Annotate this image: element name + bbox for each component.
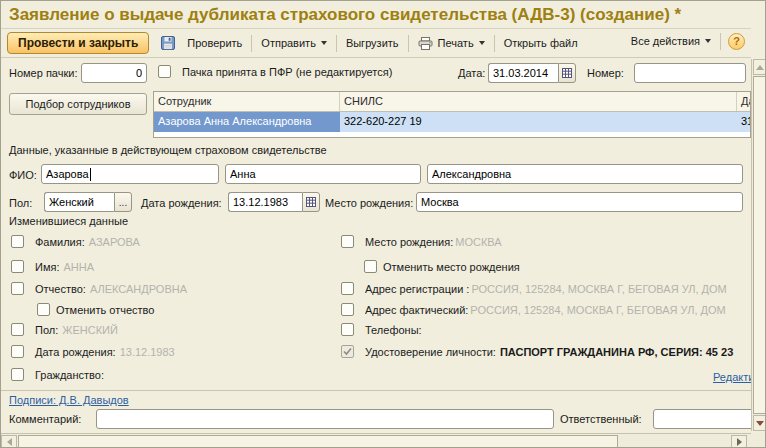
- last-name-input[interactable]: Азарова: [41, 164, 219, 184]
- birth-date-field: [228, 192, 320, 212]
- calendar-icon: [562, 68, 572, 78]
- vertical-scrollbar[interactable]: [751, 59, 766, 431]
- signatures-link[interactable]: Подписи: Д.В. Давыдов: [9, 394, 129, 406]
- send-button[interactable]: Отправить: [255, 34, 333, 52]
- registration-address-value: РОССИЯ, 125284, МОСКВА Г, БЕГОВАЯ УЛ, ДО…: [471, 283, 726, 295]
- birth-place-label: Место рождения:: [325, 197, 413, 209]
- check-button[interactable]: Проверить: [181, 34, 248, 52]
- scroll-up-button[interactable]: [753, 59, 766, 75]
- lastname-checkbox[interactable]: [11, 235, 24, 248]
- birthdate-changed-value: 13.12.1983: [120, 346, 175, 358]
- changed-birthdate-row: Дата рождения: 13.12.1983: [11, 345, 175, 358]
- save-button[interactable]: [155, 33, 181, 53]
- open-file-button[interactable]: Открыть файл: [498, 34, 584, 52]
- calendar-button[interactable]: [558, 63, 576, 83]
- toolbar-separator: [408, 35, 409, 52]
- chevron-down-icon: [705, 39, 711, 43]
- pack-number-input[interactable]: [81, 63, 147, 83]
- divider: [1, 390, 751, 391]
- first-name-input[interactable]: [225, 164, 421, 184]
- pfr-accepted-row: Пачка принята в ПФР (не редактируется): [158, 65, 392, 78]
- birthplace-changed-value: МОСКВА: [455, 236, 501, 248]
- page-title: Заявление о выдаче дубликата страхового …: [9, 5, 681, 25]
- birth-date-input[interactable]: [228, 192, 302, 212]
- help-button[interactable]: ?: [728, 33, 745, 50]
- responsible-label: Ответственный:: [560, 413, 642, 425]
- cell-date[interactable]: 31.03.2014: [737, 112, 751, 132]
- table-row[interactable]: Азарова Анна Александровна 322-620-227 1…: [154, 112, 750, 132]
- gender-input[interactable]: [44, 192, 114, 212]
- calendar-icon: [306, 197, 316, 207]
- number-label: Номер:: [587, 67, 624, 79]
- scroll-down-button[interactable]: [753, 415, 766, 431]
- phones-checkbox[interactable]: [341, 323, 354, 336]
- vertical-scrollbar-thumb[interactable]: [753, 76, 766, 414]
- open-file-label: Открыть файл: [504, 37, 578, 49]
- export-label: Выгрузить: [346, 37, 399, 49]
- cell-employee[interactable]: Азарова Анна Александровна: [154, 112, 340, 132]
- firstname-label: Имя:: [35, 261, 59, 273]
- number-input[interactable]: [634, 63, 746, 83]
- post-and-close-button[interactable]: Провести и закрыть: [7, 32, 149, 54]
- print-button[interactable]: Печать: [412, 34, 491, 53]
- actual-address-checkbox[interactable]: [341, 303, 354, 316]
- all-actions-button[interactable]: Все действия: [625, 32, 717, 50]
- horizontal-scrollbar-thumb[interactable]: [18, 435, 618, 448]
- identity-doc-value: ПАСПОРТ ГРАЖДАНИНА РФ, СЕРИЯ: 45 23: [500, 346, 733, 358]
- comment-input[interactable]: [96, 409, 554, 429]
- cancel-middlename-checkbox[interactable]: [37, 303, 50, 316]
- edit-link[interactable]: Редактировать: [713, 371, 751, 383]
- birthplace-changed-label: Место рождения:: [365, 236, 453, 248]
- choose-button[interactable]: ...: [114, 192, 132, 212]
- phones-row: Телефоны:: [341, 323, 422, 336]
- birthdate-checkbox[interactable]: [11, 345, 24, 358]
- cancel-birthplace-checkbox[interactable]: [364, 260, 377, 273]
- registration-address-checkbox[interactable]: [341, 282, 354, 295]
- export-button[interactable]: Выгрузить: [340, 34, 405, 52]
- print-label: Печать: [438, 37, 474, 49]
- chevron-down-icon: [479, 41, 485, 45]
- pick-employees-button[interactable]: Подбор сотрудников: [9, 93, 147, 115]
- birth-place-input[interactable]: [416, 192, 743, 212]
- column-header-employee[interactable]: Сотрудник: [154, 92, 340, 111]
- citizenship-checkbox[interactable]: [11, 368, 24, 381]
- horizontal-scrollbar[interactable]: [1, 433, 751, 448]
- toolbar-right: Все действия ?: [625, 32, 745, 50]
- check-label: Проверить: [187, 37, 242, 49]
- date-field: [488, 63, 576, 83]
- current-data-section-title: Данные, указанные в действующем страхово…: [9, 144, 327, 156]
- cell-snils[interactable]: 322-620-227 19: [340, 112, 737, 132]
- pfr-accepted-checkbox[interactable]: [158, 65, 171, 78]
- responsible-input[interactable]: [653, 409, 751, 429]
- changed-data-section-title: Изменившиеся данные: [9, 215, 128, 227]
- column-header-snils[interactable]: СНИЛС: [340, 92, 737, 111]
- text-cursor: [90, 168, 91, 181]
- actual-address-row: Адрес фактический: РОССИЯ, 125284, МОСКВ…: [341, 303, 726, 316]
- employees-table: Сотрудник СНИЛС Дата Азарова Анна Алекса…: [153, 91, 751, 138]
- firstname-checkbox[interactable]: [11, 260, 24, 273]
- date-input[interactable]: [488, 63, 558, 83]
- employees-table-header: Сотрудник СНИЛС Дата: [154, 92, 750, 112]
- lastname-value: АЗАРОВА: [89, 236, 140, 248]
- gender-changed-value: ЖЕНСКИЙ: [62, 324, 118, 336]
- calendar-button[interactable]: [302, 192, 320, 212]
- arrow-down-icon: [756, 421, 764, 426]
- column-header-date[interactable]: Дата: [737, 92, 751, 111]
- changed-middlename-row: Отчество: АЛЕКСАНДРОВНА: [11, 282, 187, 295]
- toolbar-separator: [494, 35, 495, 52]
- changed-citizenship-row: Гражданство:: [11, 368, 104, 381]
- birthplace-checkbox[interactable]: [341, 235, 354, 248]
- changed-lastname-row: Фамилия: АЗАРОВА: [11, 235, 140, 248]
- middlename-checkbox[interactable]: [11, 282, 24, 295]
- gender-checkbox[interactable]: [11, 323, 24, 336]
- lastname-label: Фамилия:: [35, 236, 85, 248]
- scroll-left-button[interactable]: [1, 435, 17, 448]
- birthdate-changed-label: Дата рождения:: [35, 346, 116, 358]
- pack-number-label: Номер пачки:: [9, 67, 78, 79]
- cancel-birthplace-row: Отменить место рождения: [364, 260, 520, 273]
- comment-label: Комментарий:: [9, 413, 81, 425]
- cancel-middlename-row: Отменить отчество: [37, 303, 154, 316]
- scroll-right-button[interactable]: [731, 435, 747, 448]
- middle-name-input[interactable]: [427, 164, 743, 184]
- date-label: Дата:: [458, 67, 485, 79]
